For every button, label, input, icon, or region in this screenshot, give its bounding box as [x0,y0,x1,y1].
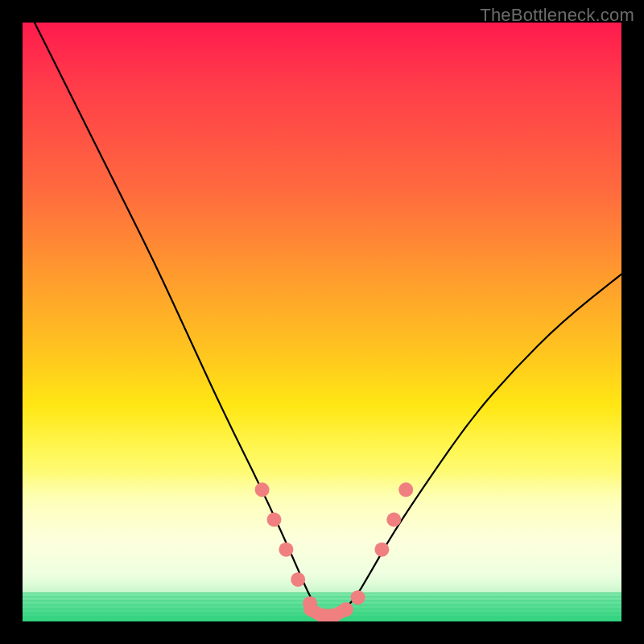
marker-dot [255,482,270,497]
marker-dot [291,572,305,587]
marker-dot [339,602,353,617]
marker-dot [303,597,317,611]
plot-area [23,23,621,621]
marker-dot [279,543,293,557]
chart-frame: TheBottleneck.com [0,0,644,644]
pale-band [23,473,621,621]
curve-line [35,23,621,616]
marker-dot [374,543,389,557]
marker-dot [267,513,282,527]
marker-dot [327,609,341,621]
marker-dot [398,482,413,497]
marker-dot [315,609,329,621]
marker-bottom-connector [310,609,346,615]
green-band-lines [23,592,621,621]
marker-dots [255,482,414,621]
marker-dot [351,590,365,605]
curve-svg [23,23,621,621]
marker-dot [386,513,401,527]
